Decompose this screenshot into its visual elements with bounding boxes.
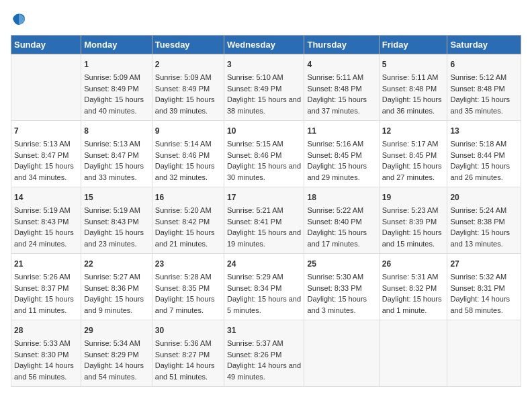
sunset-text: Sunset: 8:47 PM xyxy=(14,150,78,161)
calendar-cell: 12Sunrise: 5:17 AMSunset: 8:45 PMDayligh… xyxy=(379,121,447,187)
day-number: 28 xyxy=(14,324,78,336)
sunset-text: Sunset: 8:38 PM xyxy=(450,216,518,228)
weekday-header-sunday: Sunday xyxy=(11,36,81,54)
calendar-cell: 2Sunrise: 5:09 AMSunset: 8:49 PMDaylight… xyxy=(152,54,224,121)
day-number: 16 xyxy=(155,191,221,203)
daylight-text: Daylight: 15 hours and 37 minutes. xyxy=(307,94,375,116)
sunset-text: Sunset: 8:45 PM xyxy=(382,150,445,161)
daylight-text: Daylight: 15 hours and 3 minutes. xyxy=(307,293,375,316)
sunset-text: Sunset: 8:46 PM xyxy=(227,150,301,161)
daylight-text: Daylight: 15 hours and 34 minutes. xyxy=(14,161,78,183)
sunset-text: Sunset: 8:39 PM xyxy=(382,216,445,228)
sunset-text: Sunset: 8:33 PM xyxy=(307,283,375,294)
calendar-cell xyxy=(304,320,379,387)
sunrise-text: Sunrise: 5:09 AM xyxy=(84,72,149,83)
day-number: 4 xyxy=(307,58,375,71)
day-number: 8 xyxy=(84,125,149,137)
day-number: 9 xyxy=(155,125,221,137)
day-number: 31 xyxy=(227,324,301,336)
calendar-cell: 10Sunrise: 5:15 AMSunset: 8:46 PMDayligh… xyxy=(224,121,304,187)
weekday-header-monday: Monday xyxy=(81,36,152,54)
daylight-text: Daylight: 15 hours and 19 minutes. xyxy=(227,227,301,249)
week-row-3: 14Sunrise: 5:19 AMSunset: 8:43 PMDayligh… xyxy=(11,187,521,254)
sunrise-text: Sunrise: 5:23 AM xyxy=(382,205,445,216)
page-header xyxy=(11,11,521,27)
daylight-text: Daylight: 15 hours and 36 minutes. xyxy=(382,94,445,116)
day-number: 12 xyxy=(382,125,445,137)
daylight-text: Daylight: 15 hours and 1 minute. xyxy=(382,293,445,316)
sunrise-text: Sunrise: 5:13 AM xyxy=(84,138,149,150)
sunrise-text: Sunrise: 5:13 AM xyxy=(14,138,78,150)
daylight-text: Daylight: 15 hours and 39 minutes. xyxy=(155,94,221,116)
sunset-text: Sunset: 8:44 PM xyxy=(450,150,518,161)
sunrise-text: Sunrise: 5:27 AM xyxy=(84,271,149,283)
daylight-text: Daylight: 15 hours and 24 minutes. xyxy=(14,227,78,249)
daylight-text: Daylight: 15 hours and 29 minutes. xyxy=(307,161,375,183)
day-number: 3 xyxy=(227,58,301,71)
sunset-text: Sunset: 8:34 PM xyxy=(227,283,301,294)
day-number: 14 xyxy=(14,191,78,203)
week-row-5: 28Sunrise: 5:33 AMSunset: 8:30 PMDayligh… xyxy=(11,320,521,387)
sunrise-text: Sunrise: 5:17 AM xyxy=(382,138,445,150)
daylight-text: Daylight: 14 hours and 54 minutes. xyxy=(84,360,149,382)
daylight-text: Daylight: 15 hours and 38 minutes. xyxy=(227,94,301,116)
calendar-cell xyxy=(379,320,447,387)
weekday-header-thursday: Thursday xyxy=(304,36,379,54)
calendar-cell: 16Sunrise: 5:20 AMSunset: 8:42 PMDayligh… xyxy=(152,187,224,254)
sunrise-text: Sunrise: 5:30 AM xyxy=(307,271,375,283)
day-number: 10 xyxy=(227,125,301,137)
sunset-text: Sunset: 8:41 PM xyxy=(227,216,301,228)
sunrise-text: Sunrise: 5:19 AM xyxy=(84,205,149,216)
sunset-text: Sunset: 8:30 PM xyxy=(14,349,78,361)
calendar-table: SundayMondayTuesdayWednesdayThursdayFrid… xyxy=(11,35,521,387)
weekday-header-row: SundayMondayTuesdayWednesdayThursdayFrid… xyxy=(11,36,521,54)
calendar-cell: 19Sunrise: 5:23 AMSunset: 8:39 PMDayligh… xyxy=(379,187,447,254)
day-number: 21 xyxy=(14,258,78,270)
sunset-text: Sunset: 8:43 PM xyxy=(14,216,78,228)
calendar-cell: 1Sunrise: 5:09 AMSunset: 8:49 PMDaylight… xyxy=(81,54,152,121)
daylight-text: Daylight: 15 hours and 13 minutes. xyxy=(450,227,518,249)
sunrise-text: Sunrise: 5:14 AM xyxy=(155,138,221,150)
sunset-text: Sunset: 8:46 PM xyxy=(155,150,221,161)
daylight-text: Daylight: 15 hours and 15 minutes. xyxy=(382,227,445,249)
calendar-cell: 15Sunrise: 5:19 AMSunset: 8:43 PMDayligh… xyxy=(81,187,152,254)
sunrise-text: Sunrise: 5:36 AM xyxy=(155,338,221,349)
day-number: 7 xyxy=(14,125,78,137)
calendar-cell xyxy=(447,320,521,387)
day-number: 17 xyxy=(227,191,301,203)
calendar-cell: 11Sunrise: 5:16 AMSunset: 8:45 PMDayligh… xyxy=(304,121,379,187)
weekday-header-wednesday: Wednesday xyxy=(224,36,304,54)
sunrise-text: Sunrise: 5:12 AM xyxy=(450,72,518,83)
daylight-text: Daylight: 15 hours and 26 minutes. xyxy=(450,161,518,183)
calendar-cell: 29Sunrise: 5:34 AMSunset: 8:29 PMDayligh… xyxy=(81,320,152,387)
sunset-text: Sunset: 8:42 PM xyxy=(155,216,221,228)
daylight-text: Daylight: 15 hours and 17 minutes. xyxy=(307,227,375,249)
sunset-text: Sunset: 8:35 PM xyxy=(155,283,221,294)
calendar-cell: 24Sunrise: 5:29 AMSunset: 8:34 PMDayligh… xyxy=(224,254,304,320)
sunrise-text: Sunrise: 5:26 AM xyxy=(14,271,78,283)
sunrise-text: Sunrise: 5:24 AM xyxy=(450,205,518,216)
calendar-cell: 4Sunrise: 5:11 AMSunset: 8:48 PMDaylight… xyxy=(304,54,379,121)
calendar-cell: 7Sunrise: 5:13 AMSunset: 8:47 PMDaylight… xyxy=(11,121,81,187)
calendar-cell: 8Sunrise: 5:13 AMSunset: 8:47 PMDaylight… xyxy=(81,121,152,187)
sunrise-text: Sunrise: 5:11 AM xyxy=(382,72,445,83)
sunset-text: Sunset: 8:49 PM xyxy=(84,83,149,95)
calendar-cell: 26Sunrise: 5:31 AMSunset: 8:32 PMDayligh… xyxy=(379,254,447,320)
sunrise-text: Sunrise: 5:21 AM xyxy=(227,205,301,216)
calendar-cell: 30Sunrise: 5:36 AMSunset: 8:27 PMDayligh… xyxy=(152,320,224,387)
day-number: 29 xyxy=(84,324,149,336)
sunrise-text: Sunrise: 5:34 AM xyxy=(84,338,149,349)
calendar-cell: 28Sunrise: 5:33 AMSunset: 8:30 PMDayligh… xyxy=(11,320,81,387)
day-number: 23 xyxy=(155,258,221,270)
daylight-text: Daylight: 14 hours and 49 minutes. xyxy=(227,360,301,382)
daylight-text: Daylight: 15 hours and 32 minutes. xyxy=(155,161,221,183)
sunrise-text: Sunrise: 5:37 AM xyxy=(227,338,301,349)
sunset-text: Sunset: 8:43 PM xyxy=(84,216,149,228)
day-number: 2 xyxy=(155,58,221,71)
week-row-4: 21Sunrise: 5:26 AMSunset: 8:37 PMDayligh… xyxy=(11,254,521,320)
sunrise-text: Sunrise: 5:09 AM xyxy=(155,72,221,83)
calendar-cell: 6Sunrise: 5:12 AMSunset: 8:48 PMDaylight… xyxy=(447,54,521,121)
logo xyxy=(11,11,30,27)
day-number: 25 xyxy=(307,258,375,270)
calendar-cell: 23Sunrise: 5:28 AMSunset: 8:35 PMDayligh… xyxy=(152,254,224,320)
